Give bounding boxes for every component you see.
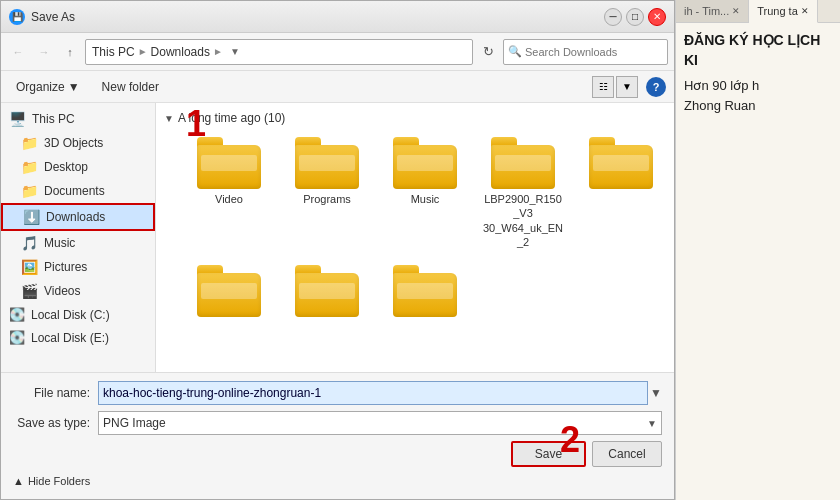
breadcrumb-downloads: Downloads bbox=[151, 45, 210, 59]
sidebar-item-label: Music bbox=[44, 236, 75, 250]
folder-name: Music bbox=[411, 192, 440, 206]
organize-button[interactable]: Organize ▼ bbox=[9, 77, 87, 97]
folder-name: Video bbox=[215, 192, 243, 206]
folder-icon: 📁 bbox=[21, 183, 38, 199]
breadcrumb-dropdown-icon[interactable]: ▼ bbox=[230, 46, 240, 57]
sidebar-item-label: Local Disk (C:) bbox=[31, 308, 110, 322]
tab-1-label: ih - Tim... bbox=[684, 5, 729, 17]
annotation-1: 1 bbox=[186, 103, 206, 145]
drive-icon: 💽 bbox=[9, 307, 25, 322]
search-bar[interactable]: 🔍 bbox=[503, 39, 668, 65]
dialog-title: Save As bbox=[31, 10, 604, 24]
downloads-icon: ⬇️ bbox=[23, 209, 40, 225]
dialog-icon: 💾 bbox=[9, 9, 25, 25]
button-row: 2 Save Cancel bbox=[13, 441, 662, 467]
sidebar-item-videos[interactable]: 🎬 Videos bbox=[1, 279, 155, 303]
browser-tab-bar: ih - Tim... ✕ Trung ta ✕ bbox=[676, 0, 840, 23]
folder-name: Programs bbox=[303, 192, 351, 206]
close-button[interactable]: ✕ bbox=[648, 8, 666, 26]
this-pc-icon: 🖥️ bbox=[9, 111, 26, 127]
window-controls: ─ □ ✕ bbox=[604, 8, 666, 26]
sidebar-item-label: Downloads bbox=[46, 210, 105, 224]
sidebar-item-downloads[interactable]: ⬇️ Downloads bbox=[1, 203, 155, 231]
title-bar: 💾 Save As ─ □ ✕ bbox=[1, 1, 674, 33]
sidebar-item-label: Videos bbox=[44, 284, 80, 298]
sidebar-item-pictures[interactable]: 🖼️ Pictures bbox=[1, 255, 155, 279]
browser-header-text: ĐĂNG KÝ HỌC LỊCH KI bbox=[684, 31, 832, 70]
sidebar-item-label: Documents bbox=[44, 184, 105, 198]
view-dropdown-button[interactable]: ▼ bbox=[616, 76, 638, 98]
save-type-dropdown-icon: ▼ bbox=[647, 418, 657, 429]
tab-1-close-icon[interactable]: ✕ bbox=[732, 6, 740, 16]
folder-item-extra1[interactable] bbox=[576, 133, 666, 253]
group-header: ▼ A long time ago (10) bbox=[164, 111, 666, 125]
breadcrumb-this-pc: This PC bbox=[92, 45, 135, 59]
browser-tab-2[interactable]: Trung ta ✕ bbox=[749, 0, 818, 23]
breadcrumb-separator-2: ► bbox=[213, 46, 223, 57]
folder-icon: 🎬 bbox=[21, 283, 38, 299]
minimize-button[interactable]: ─ bbox=[604, 8, 622, 26]
sidebar-item-desktop[interactable]: 📁 Desktop bbox=[1, 155, 155, 179]
new-folder-button[interactable]: New folder bbox=[95, 77, 166, 97]
browser-panel: ih - Tim... ✕ Trung ta ✕ ĐĂNG KÝ HỌC LỊC… bbox=[675, 0, 840, 500]
sidebar-item-local-disk-e[interactable]: 💽 Local Disk (E:) bbox=[1, 326, 155, 349]
file-area: 1 ▼ A long time ago (10) Video bbox=[156, 103, 674, 372]
folder-item-music[interactable]: Music bbox=[380, 133, 470, 253]
bottom-section: File name: ▼ Save as type: PNG Image ▼ 2… bbox=[1, 372, 674, 499]
hide-folders-toggle[interactable]: ▲ Hide Folders bbox=[13, 471, 662, 491]
breadcrumb-separator-1: ► bbox=[138, 46, 148, 57]
folder-item-programs[interactable]: Programs bbox=[282, 133, 372, 253]
file-grid: Video Programs Music bbox=[164, 133, 666, 324]
folder-icon: 📁 bbox=[21, 159, 38, 175]
folder-item-lbp2900[interactable]: LBP2900_R150_V330_W64_uk_EN_2 bbox=[478, 133, 568, 253]
hide-folders-label: Hide Folders bbox=[28, 475, 90, 487]
sidebar-item-documents[interactable]: 📁 Documents bbox=[1, 179, 155, 203]
sidebar-item-local-disk-c[interactable]: 💽 Local Disk (C:) bbox=[1, 303, 155, 326]
sidebar-item-3d-objects[interactable]: 📁 3D Objects bbox=[1, 131, 155, 155]
search-icon: 🔍 bbox=[508, 45, 522, 58]
annotation-2: 2 bbox=[560, 419, 580, 461]
tab-2-label: Trung ta bbox=[757, 5, 798, 17]
file-name-dropdown-icon[interactable]: ▼ bbox=[650, 386, 662, 400]
folder-item-extra4[interactable] bbox=[380, 261, 470, 324]
save-type-value: PNG Image bbox=[103, 416, 166, 430]
save-as-dialog: 💾 Save As ─ □ ✕ ← → ↑ This PC ► Download… bbox=[0, 0, 675, 500]
toolbar: Organize ▼ New folder ☷ ▼ ? bbox=[1, 71, 674, 103]
search-input[interactable] bbox=[525, 46, 663, 58]
folder-item-extra2[interactable] bbox=[184, 261, 274, 324]
sidebar-item-this-pc[interactable]: 🖥️ This PC bbox=[1, 107, 155, 131]
save-type-label: Save as type: bbox=[13, 416, 98, 430]
browser-body-text: Hơn 90 lớp hZhong Ruan bbox=[684, 76, 832, 115]
sidebar-item-music[interactable]: 🎵 Music bbox=[1, 231, 155, 255]
file-name-row: File name: ▼ bbox=[13, 381, 662, 405]
file-name-input[interactable] bbox=[98, 381, 648, 405]
sidebar-item-label: Pictures bbox=[44, 260, 87, 274]
maximize-button[interactable]: □ bbox=[626, 8, 644, 26]
folder-item-video[interactable]: Video bbox=[184, 133, 274, 253]
tab-2-close-icon[interactable]: ✕ bbox=[801, 6, 809, 16]
up-button[interactable]: ↑ bbox=[59, 41, 81, 63]
organize-label: Organize bbox=[16, 80, 65, 94]
browser-content: ĐĂNG KÝ HỌC LỊCH KI Hơn 90 lớp hZhong Ru… bbox=[676, 23, 840, 500]
back-button[interactable]: ← bbox=[7, 41, 29, 63]
group-toggle-icon[interactable]: ▼ bbox=[164, 113, 174, 124]
organize-dropdown-icon: ▼ bbox=[68, 80, 80, 94]
sidebar-item-label: Local Disk (E:) bbox=[31, 331, 109, 345]
breadcrumb[interactable]: This PC ► Downloads ► ▼ bbox=[85, 39, 473, 65]
browser-tab-1[interactable]: ih - Tim... ✕ bbox=[676, 0, 749, 22]
folder-icon: 🖼️ bbox=[21, 259, 38, 275]
folder-item-extra3[interactable] bbox=[282, 261, 372, 324]
refresh-button[interactable]: ↻ bbox=[477, 41, 499, 63]
main-content: 🖥️ This PC 📁 3D Objects 📁 Desktop 📁 Docu… bbox=[1, 103, 674, 372]
file-name-label: File name: bbox=[13, 386, 98, 400]
view-buttons: ☷ ▼ bbox=[592, 76, 638, 98]
view-option-button[interactable]: ☷ bbox=[592, 76, 614, 98]
folder-name: LBP2900_R150_V330_W64_uk_EN_2 bbox=[482, 192, 564, 249]
cancel-button[interactable]: Cancel bbox=[592, 441, 662, 467]
forward-button[interactable]: → bbox=[33, 41, 55, 63]
help-button[interactable]: ? bbox=[646, 77, 666, 97]
sidebar-item-label: Desktop bbox=[44, 160, 88, 174]
sidebar-item-label: 3D Objects bbox=[44, 136, 103, 150]
sidebar: 🖥️ This PC 📁 3D Objects 📁 Desktop 📁 Docu… bbox=[1, 103, 156, 372]
folder-icon: 🎵 bbox=[21, 235, 38, 251]
